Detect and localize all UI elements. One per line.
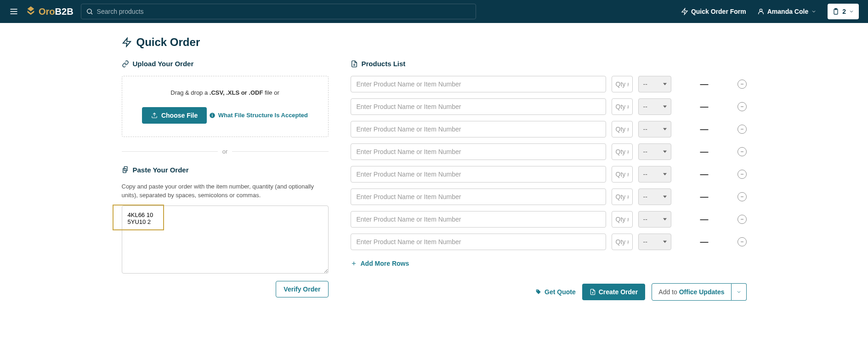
minus-icon bbox=[740, 194, 744, 199]
quick-order-form-label: Quick Order Form bbox=[691, 8, 746, 15]
product-row: --— bbox=[351, 234, 747, 250]
lightning-icon bbox=[122, 37, 132, 47]
qty-input[interactable] bbox=[612, 143, 633, 160]
unit-select[interactable]: -- bbox=[638, 188, 671, 205]
product-row: --— bbox=[351, 98, 747, 115]
svg-point-6 bbox=[760, 9, 762, 11]
qty-input[interactable] bbox=[612, 76, 633, 92]
add-to-button[interactable]: Add to Office Updates bbox=[652, 283, 731, 301]
search-box[interactable] bbox=[81, 4, 476, 19]
price-display: — bbox=[677, 215, 732, 224]
remove-row-button[interactable] bbox=[738, 192, 747, 201]
lightning-icon bbox=[681, 8, 688, 15]
logo-icon bbox=[26, 6, 36, 18]
unit-select[interactable]: -- bbox=[638, 76, 671, 92]
svg-line-4 bbox=[91, 13, 92, 14]
remove-row-button[interactable] bbox=[738, 80, 747, 89]
logo[interactable]: OroB2B bbox=[26, 6, 74, 18]
logo-text-pre: Oro bbox=[39, 6, 55, 17]
upload-icon bbox=[151, 112, 158, 119]
qty-input[interactable] bbox=[612, 121, 633, 137]
minus-icon bbox=[740, 149, 744, 154]
products-section-title: Products List bbox=[362, 60, 406, 68]
svg-point-27 bbox=[537, 290, 538, 291]
search-input[interactable] bbox=[97, 8, 471, 15]
top-nav: OroB2B Quick Order Form Amanda Cole 2 bbox=[0, 0, 868, 23]
user-menu[interactable]: Amanda Cole bbox=[757, 8, 817, 15]
cart-button[interactable]: 2 bbox=[828, 4, 859, 19]
product-row: --— bbox=[351, 188, 747, 205]
plus-icon bbox=[351, 260, 357, 267]
choose-file-button[interactable]: Choose File bbox=[142, 107, 207, 124]
qty-input[interactable] bbox=[612, 98, 633, 115]
unit-select[interactable]: -- bbox=[638, 166, 671, 183]
product-name-input[interactable] bbox=[351, 98, 606, 115]
upload-dropzone[interactable]: Drag & drop a .CSV, .XLS or .ODF file or… bbox=[122, 76, 329, 137]
remove-row-button[interactable] bbox=[738, 147, 747, 156]
file-structure-link[interactable]: i What File Structure Is Accepted bbox=[209, 112, 308, 119]
remove-row-button[interactable] bbox=[738, 102, 747, 111]
unit-select[interactable]: -- bbox=[638, 234, 671, 250]
remove-row-button[interactable] bbox=[738, 237, 747, 246]
unit-select[interactable]: -- bbox=[638, 121, 671, 137]
user-icon bbox=[757, 8, 765, 15]
product-name-input[interactable] bbox=[351, 121, 606, 137]
info-icon: i bbox=[209, 112, 216, 119]
remove-row-button[interactable] bbox=[738, 170, 747, 179]
chevron-down-icon bbox=[736, 289, 742, 295]
get-quote-label: Get Quote bbox=[545, 288, 576, 296]
user-name: Amanda Cole bbox=[767, 8, 808, 15]
logo-text-suf: B2B bbox=[55, 6, 74, 17]
qty-input[interactable] bbox=[612, 166, 633, 183]
svg-text:i: i bbox=[212, 113, 213, 117]
choose-file-label: Choose File bbox=[161, 112, 198, 119]
product-row: --— bbox=[351, 76, 747, 92]
add-more-rows-link[interactable]: Add More Rows bbox=[351, 260, 409, 267]
product-name-input[interactable] bbox=[351, 76, 606, 92]
qty-input[interactable] bbox=[612, 234, 633, 250]
link-icon bbox=[122, 60, 129, 68]
product-name-input[interactable] bbox=[351, 234, 606, 250]
product-name-input[interactable] bbox=[351, 143, 606, 160]
product-name-input[interactable] bbox=[351, 166, 606, 183]
create-order-label: Create Order bbox=[599, 288, 638, 296]
add-more-label: Add More Rows bbox=[361, 260, 409, 267]
clipboard-icon bbox=[832, 8, 840, 15]
svg-point-3 bbox=[87, 9, 91, 13]
remove-row-button[interactable] bbox=[738, 125, 747, 134]
remove-row-button[interactable] bbox=[738, 215, 747, 224]
unit-select[interactable]: -- bbox=[638, 98, 671, 115]
paste-description: Copy and paste your order with the item … bbox=[122, 182, 329, 200]
minus-icon bbox=[740, 104, 744, 109]
product-name-input[interactable] bbox=[351, 211, 606, 228]
create-order-button[interactable]: Create Order bbox=[582, 284, 646, 300]
product-row: --— bbox=[351, 143, 747, 160]
price-display: — bbox=[677, 170, 732, 179]
product-name-input[interactable] bbox=[351, 188, 606, 205]
paste-icon bbox=[122, 166, 129, 173]
verify-order-button[interactable]: Verify Order bbox=[276, 281, 328, 297]
add-to-dropdown: Add to Office Updates bbox=[652, 283, 746, 301]
qty-input[interactable] bbox=[612, 211, 633, 228]
file-structure-label: What File Structure Is Accepted bbox=[218, 112, 308, 119]
menu-icon[interactable] bbox=[9, 7, 18, 16]
price-display: — bbox=[677, 102, 732, 112]
quick-order-form-link[interactable]: Quick Order Form bbox=[681, 8, 746, 15]
price-display: — bbox=[677, 125, 732, 134]
unit-select[interactable]: -- bbox=[638, 143, 671, 160]
qty-input[interactable] bbox=[612, 188, 633, 205]
upload-section-title: Upload Your Order bbox=[133, 60, 194, 68]
add-to-chevron-button[interactable] bbox=[732, 283, 747, 301]
paste-section-head: Paste Your Order bbox=[122, 166, 329, 174]
tag-icon bbox=[535, 289, 542, 295]
chevron-down-icon bbox=[849, 9, 854, 14]
paste-textarea[interactable] bbox=[122, 206, 329, 274]
price-display: — bbox=[677, 147, 732, 157]
unit-select[interactable]: -- bbox=[638, 211, 671, 228]
upload-section-head: Upload Your Order bbox=[122, 60, 329, 68]
svg-marker-5 bbox=[682, 8, 687, 14]
cart-count: 2 bbox=[842, 8, 846, 15]
minus-icon bbox=[740, 217, 744, 222]
get-quote-link[interactable]: Get Quote bbox=[535, 288, 576, 296]
product-row: --— bbox=[351, 211, 747, 228]
